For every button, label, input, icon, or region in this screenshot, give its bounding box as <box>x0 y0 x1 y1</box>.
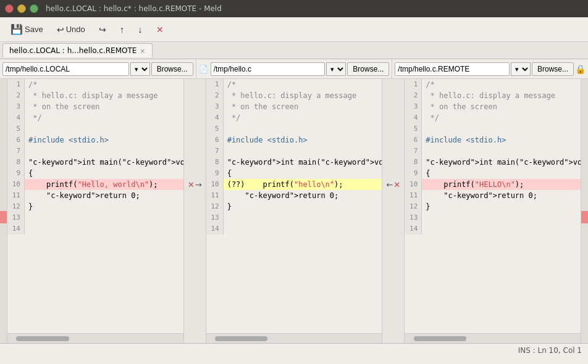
diff-line-row: 12} <box>206 201 382 212</box>
line-content[interactable]: "c-keyword">int main("c-keyword">void) <box>25 157 183 168</box>
reject-left-icon[interactable]: ✕ <box>188 180 195 189</box>
line-content[interactable]: "c-keyword">return 0; <box>224 190 382 201</box>
line-content[interactable] <box>25 212 183 223</box>
line-content[interactable]: /* <box>224 79 382 90</box>
minimize-button[interactable] <box>17 4 26 13</box>
line-content[interactable]: #include <stdio.h> <box>224 134 382 146</box>
line-content[interactable] <box>224 123 382 134</box>
line-number: 5 <box>7 123 25 134</box>
line-content[interactable]: (??) printf("hello\n"); <box>224 179 382 190</box>
line-content[interactable] <box>25 146 183 157</box>
center-diff-lines[interactable]: 1/*2 * hello.c: display a message3 * on … <box>206 79 382 333</box>
diff-line-row: 9{ <box>206 168 382 179</box>
remote-path-dropdown[interactable]: ▾ <box>511 62 531 76</box>
remote-diff-lines[interactable]: 1/*2 * hello.c: display a message3 * on … <box>405 79 581 333</box>
diff-line-row: 2 * hello.c: display a message <box>7 90 183 101</box>
line-content[interactable] <box>422 146 581 157</box>
local-browse-button[interactable]: Browse... <box>151 62 193 76</box>
diff-line-row: 10(??) printf("hello\n"); <box>206 179 382 190</box>
center-hscroll[interactable] <box>206 333 382 343</box>
diff-line-row: 11 "c-keyword">return 0; <box>7 190 183 201</box>
line-content[interactable] <box>224 146 382 157</box>
line-content[interactable]: "c-keyword">int main("c-keyword">void) <box>224 157 382 168</box>
line-content[interactable]: * on the screen <box>25 101 183 112</box>
line-content[interactable]: { <box>25 168 183 179</box>
local-diff-lines[interactable]: 1/*2 * hello.c: display a message3 * on … <box>7 79 183 333</box>
line-number: 2 <box>405 90 422 101</box>
line-content[interactable] <box>25 223 183 234</box>
right-scroll-marker <box>581 211 588 223</box>
line-number: 14 <box>405 223 422 234</box>
line-content[interactable]: } <box>224 201 382 212</box>
center-path-input[interactable] <box>211 62 326 76</box>
local-hscroll[interactable] <box>7 333 183 343</box>
diff-line-row: 1/* <box>206 79 382 90</box>
filepath-remote: ▾ Browse... 🔒 <box>392 59 588 78</box>
right-scrollbar[interactable] <box>581 79 588 343</box>
remote-browse-button[interactable]: Browse... <box>532 62 574 76</box>
line-content[interactable]: /* <box>25 79 183 90</box>
line-content[interactable] <box>224 212 382 223</box>
local-path-input[interactable] <box>2 62 129 76</box>
line-content[interactable] <box>25 123 183 134</box>
line-number: 9 <box>405 168 422 179</box>
line-number: 6 <box>7 134 25 146</box>
move-down-button[interactable]: ↓ <box>132 22 148 37</box>
connector-line10-right: ← ✕ <box>386 179 400 190</box>
arrow-left-icon[interactable]: ← <box>386 180 393 189</box>
line-content[interactable]: * hello.c: display a message <box>422 90 581 101</box>
line-content[interactable]: #include <stdio.h> <box>25 134 183 146</box>
reject-right-icon[interactable]: ✕ <box>393 180 400 189</box>
local-path-dropdown[interactable]: ▾ <box>130 62 150 76</box>
maximize-button[interactable] <box>30 4 38 13</box>
left-scrollbar[interactable] <box>0 79 7 343</box>
remote-hscroll[interactable] <box>405 333 581 343</box>
line-content[interactable]: /* <box>422 79 581 90</box>
save-label: Save <box>25 25 43 34</box>
line-number: 7 <box>7 146 25 157</box>
line-content[interactable]: "c-keyword">int main("c-keyword">void) <box>422 157 581 168</box>
tab-main[interactable]: hello.c.LOCAL : h...hello.c.REMOTE × <box>2 43 153 57</box>
line-content[interactable]: */ <box>224 112 382 123</box>
line-content[interactable]: #include <stdio.h> <box>422 134 581 146</box>
status-text: INS : Ln 10, Col 1 <box>518 346 582 355</box>
line-content[interactable]: "c-keyword">return 0; <box>25 190 183 201</box>
line-content[interactable]: * on the screen <box>224 101 382 112</box>
line-number: 4 <box>405 112 422 123</box>
line-content[interactable] <box>422 123 581 134</box>
line-content[interactable]: { <box>224 168 382 179</box>
redo-button[interactable]: ↪ <box>93 22 112 37</box>
line-content[interactable] <box>422 223 581 234</box>
line-content[interactable]: "c-keyword">return 0; <box>422 190 581 201</box>
center-browse-button[interactable]: Browse... <box>347 62 389 76</box>
line-content[interactable]: * hello.c: display a message <box>25 90 183 101</box>
line-content[interactable]: * hello.c: display a message <box>224 90 382 101</box>
line-number: 14 <box>206 223 224 234</box>
line-content[interactable]: } <box>25 201 183 212</box>
diff-line-row: 6#include <stdio.h> <box>7 134 183 146</box>
line-content[interactable]: printf("Hello, world\n"); <box>25 179 183 190</box>
diff-line-row: 9{ <box>7 168 183 179</box>
line-content[interactable]: */ <box>25 112 183 123</box>
line-number: 7 <box>206 146 224 157</box>
save-button[interactable]: 💾 Save <box>5 21 49 38</box>
move-up-button[interactable]: ↑ <box>114 22 130 37</box>
toolbar: 💾 Save ↩ Undo ↪ ↑ ↓ ✕ <box>0 17 588 42</box>
arrow-right-icon[interactable]: → <box>195 180 202 189</box>
line-content[interactable]: */ <box>422 112 581 123</box>
close-button[interactable] <box>5 4 14 13</box>
line-content[interactable] <box>224 223 382 234</box>
center-path-dropdown[interactable]: ▾ <box>326 62 346 76</box>
remote-path-input[interactable] <box>395 62 510 76</box>
line-number: 6 <box>206 134 224 146</box>
line-number: 1 <box>405 79 422 90</box>
tab-close-button[interactable]: × <box>140 47 145 55</box>
diff-line-row: 7 <box>206 146 382 157</box>
line-content[interactable]: * on the screen <box>422 101 581 112</box>
line-content[interactable] <box>422 212 581 223</box>
line-content[interactable]: { <box>422 168 581 179</box>
stop-button[interactable]: ✕ <box>151 22 169 37</box>
undo-button[interactable]: ↩ Undo <box>51 22 91 37</box>
line-content[interactable]: } <box>422 201 581 212</box>
line-content[interactable]: printf("HELLO\n"); <box>422 179 581 190</box>
